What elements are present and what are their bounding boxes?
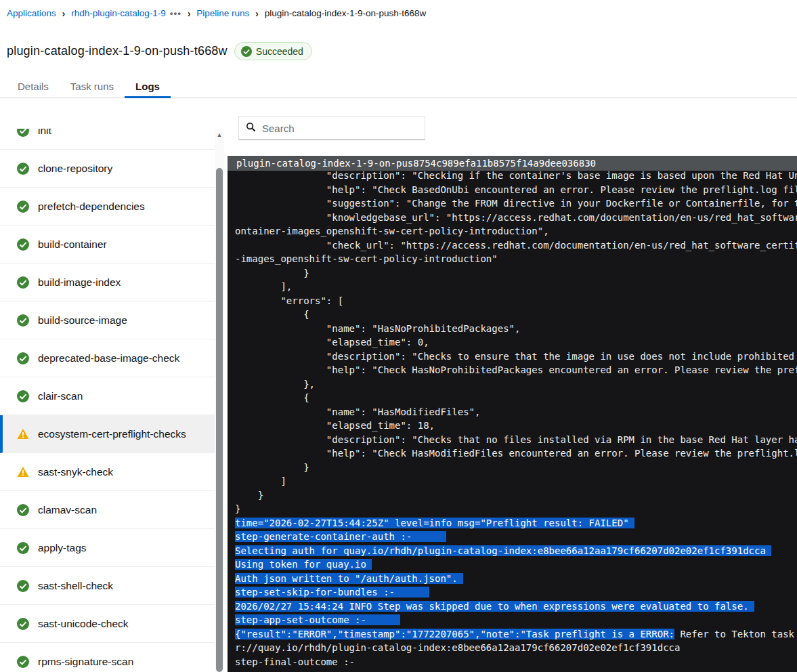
log-line: time="2026-02-27T15:44:25Z" level=info m… <box>235 516 797 530</box>
task-label: init <box>38 129 51 137</box>
task-item-build-image-index[interactable]: build-image-index <box>0 264 215 301</box>
log-line: -images_openshift-sw-cert-policy-introdu… <box>235 252 797 266</box>
task-list-scrollbar[interactable]: ▲ <box>215 129 224 672</box>
task-item-clamav-scan[interactable]: clamav-scan <box>0 491 215 529</box>
success-icon <box>17 504 29 516</box>
task-label: apply-tags <box>38 542 87 554</box>
log-line: } <box>235 488 797 503</box>
task-label: deprecated-base-image-check <box>38 352 179 364</box>
log-line: "name": "HasModifiedFiles", <box>235 405 797 419</box>
task-label: sast-snyk-check <box>38 466 113 478</box>
log-line: "help": "Check BasedOnUbi encountered an… <box>235 183 797 197</box>
breadcrumb-separator-icon: › <box>62 7 65 19</box>
page-title: plugin-catalog-index-1-9-on-push-t668w <box>7 44 228 58</box>
page-header: plugin-catalog-index-1-9-on-push-t668w S… <box>7 42 312 60</box>
task-item-clair-scan[interactable]: clair-scan <box>0 377 215 415</box>
log-line: step-set-skip-for-bundles :- <box>235 585 797 600</box>
log-viewer: "description": "Checking if the containe… <box>228 171 797 672</box>
log-line: 2026/02/27 15:44:24 INFO Step was skippe… <box>235 600 797 614</box>
log-line: "check_url": "https://access.redhat.com/… <box>235 238 797 253</box>
task-item-apply-tags[interactable]: apply-tags <box>0 529 215 567</box>
task-label: prefetch-dependencies <box>38 201 145 213</box>
search-input[interactable] <box>262 123 418 134</box>
log-line: "help": "Check HasModifiedFiles encounte… <box>235 446 797 461</box>
task-label: clair-scan <box>38 390 83 402</box>
log-pod-header: plugin-catalog-index-1-9-on-pus8754c989e… <box>228 156 797 171</box>
breadcrumb-item[interactable]: rhdh-plugin-catalog-1-9 <box>71 8 166 18</box>
success-icon <box>17 618 29 630</box>
success-icon <box>17 163 29 175</box>
log-line: {"result":"ERROR","timestamp":"177220706… <box>235 627 797 642</box>
task-item-prefetch-dependencies[interactable]: prefetch-dependencies <box>0 188 215 226</box>
logs-pane: plugin-catalog-index-1-9-on-pus8754c989e… <box>228 112 797 672</box>
log-line: } <box>235 502 797 516</box>
tab-task-runs[interactable]: Task runs <box>60 75 125 98</box>
task-item-ecosystem-cert-preflight-checks[interactable]: ecosystem-cert-preflight-checks <box>0 415 215 453</box>
task-label: build-container <box>38 238 107 251</box>
success-icon <box>17 580 29 592</box>
success-icon <box>17 129 29 137</box>
log-line: } <box>235 461 797 475</box>
log-search-box <box>238 116 425 140</box>
task-item-build-source-image[interactable]: build-source-image <box>0 301 215 339</box>
breadcrumb-item[interactable]: Applications <box>7 8 56 18</box>
success-check-icon <box>241 46 252 57</box>
task-label: clamav-scan <box>38 504 97 516</box>
task-label: sast-unicode-check <box>38 618 129 630</box>
log-line: "description": "Checks that no files ins… <box>235 433 797 447</box>
log-line: { <box>235 391 797 405</box>
log-line: "elapsed_time": 0, <box>235 335 797 350</box>
success-icon <box>17 276 29 289</box>
tab-logs[interactable]: Logs <box>125 75 171 98</box>
status-badge: Succeeded <box>234 42 312 60</box>
breadcrumb-separator-icon: › <box>255 7 258 19</box>
breadcrumb-separator-icon: › <box>188 7 190 19</box>
breadcrumb-ellipsis[interactable]: ••• <box>170 8 181 18</box>
success-icon <box>17 542 29 554</box>
task-item-init[interactable]: init <box>0 129 215 150</box>
log-line: Using token for quay.io <box>235 558 797 572</box>
log-line: "description": "Checking if the containe… <box>235 171 797 183</box>
success-icon <box>17 201 29 213</box>
breadcrumb-item[interactable]: Pipeline runs <box>196 8 249 18</box>
warning-icon <box>17 428 29 440</box>
success-icon <box>17 314 29 327</box>
log-line: "help": "Check HasNoProhibitedPackages e… <box>235 363 797 377</box>
task-label: rpms-signature-scan <box>38 656 133 668</box>
breadcrumb: Applications›rhdh-plugin-catalog-1-9•••›… <box>7 8 426 18</box>
log-line: "description": "Checks to ensure that th… <box>235 350 797 364</box>
status-badge-label: Succeeded <box>256 46 303 57</box>
log-line: "elapsed_time": 18, <box>235 419 797 433</box>
warning-icon <box>17 466 29 478</box>
task-item-build-container[interactable]: build-container <box>0 226 215 264</box>
task-item-sast-snyk-check[interactable]: sast-snyk-check <box>0 453 215 491</box>
success-icon <box>17 352 29 364</box>
log-line: Auth json written to "/auth/auth.json". <box>235 572 797 586</box>
success-icon <box>17 238 29 251</box>
scrollbar-thumb[interactable] <box>216 168 223 672</box>
log-line: ontainer-images_openshift-sw-cert-policy… <box>235 224 797 238</box>
tab-details[interactable]: Details <box>7 75 60 98</box>
log-line: { <box>235 308 797 322</box>
scroll-up-arrow-icon[interactable]: ▲ <box>215 129 224 141</box>
log-line: } <box>235 266 797 280</box>
task-item-clone-repository[interactable]: clone-repository <box>0 150 215 188</box>
log-line: ], <box>235 280 797 294</box>
task-label: clone-repository <box>38 163 112 175</box>
log-line: "name": "HasNoProhibitedPackages", <box>235 322 797 336</box>
log-line: Selecting auth for quay.io/rhdh/plugin-c… <box>235 544 797 558</box>
task-label: sast-shell-check <box>38 580 113 592</box>
log-line: r://quay.io/rhdh/plugin-catalog-index:e8… <box>235 641 797 655</box>
log-line: "errors": [ <box>235 294 797 308</box>
task-item-rpms-signature-scan[interactable]: rpms-signature-scan <box>0 643 215 672</box>
task-item-sast-unicode-check[interactable]: sast-unicode-check <box>0 605 215 643</box>
task-list: initclone-repositoryprefetch-dependencie… <box>0 129 215 672</box>
breadcrumb-item: plugin-catalog-index-1-9-on-push-t668w <box>265 8 427 18</box>
task-item-sast-shell-check[interactable]: sast-shell-check <box>0 567 215 605</box>
tab-bar: DetailsTask runsLogs <box>0 75 797 98</box>
task-item-deprecated-base-image-check[interactable]: deprecated-base-image-check <box>0 339 215 377</box>
log-line: "suggestion": "Change the FROM directive… <box>235 196 797 211</box>
log-line: step-generate-container-auth :- <box>235 530 797 544</box>
log-line: "knowledgebase_url": "https://access.red… <box>235 211 797 225</box>
success-icon <box>17 656 29 668</box>
